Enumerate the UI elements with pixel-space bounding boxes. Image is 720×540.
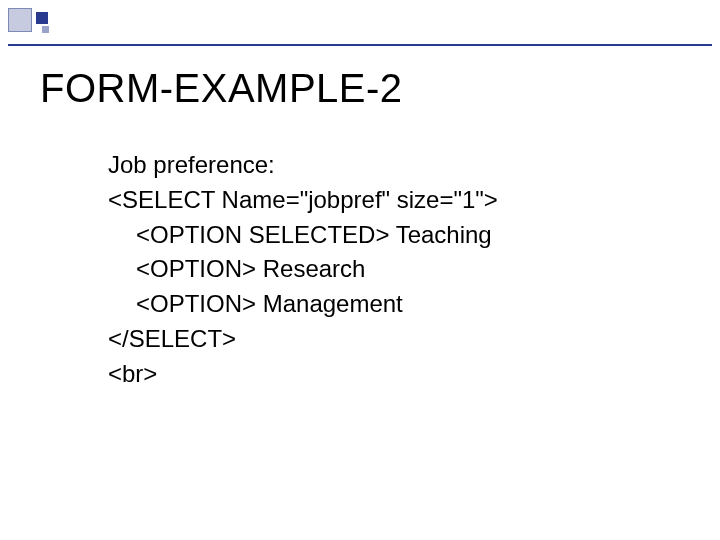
code-line: <SELECT Name="jobpref" size="1"> <box>108 183 498 218</box>
slide-title: FORM-EXAMPLE-2 <box>40 66 403 111</box>
code-line: <br> <box>108 357 498 392</box>
code-line: Job preference: <box>108 148 498 183</box>
square-icon <box>8 8 32 32</box>
corner-decoration <box>8 8 78 42</box>
code-line: </SELECT> <box>108 322 498 357</box>
slide-body: Job preference: <SELECT Name="jobpref" s… <box>108 148 498 392</box>
code-line: <OPTION> Management <box>108 287 498 322</box>
square-icon <box>36 12 48 24</box>
slide: FORM-EXAMPLE-2 Job preference: <SELECT N… <box>0 0 720 540</box>
code-line: <OPTION SELECTED> Teaching <box>108 218 498 253</box>
code-line: <OPTION> Research <box>108 252 498 287</box>
square-icon <box>42 26 49 33</box>
divider <box>8 44 712 46</box>
